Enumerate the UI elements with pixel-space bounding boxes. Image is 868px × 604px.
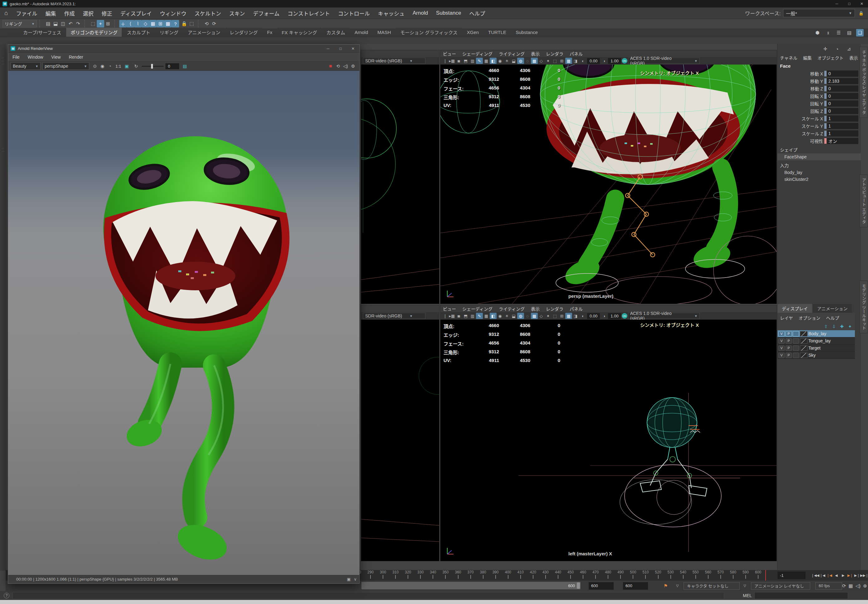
- maximize-button[interactable]: □: [843, 0, 856, 8]
- step-forward-key-button[interactable]: ▶❘: [847, 572, 854, 579]
- layer-visibility-toggle[interactable]: V: [778, 346, 785, 351]
- layer-editor-tab[interactable]: ディスプレイ: [778, 304, 812, 313]
- graph-curve-icon[interactable]: ⊿: [845, 45, 853, 53]
- modeling-toolkit-toggle-icon[interactable]: ⬢: [814, 29, 821, 37]
- layer-editor-menu-item[interactable]: レイヤ: [780, 315, 793, 321]
- layer-display-type-toggle[interactable]: [793, 331, 799, 337]
- exposure-slider[interactable]: [142, 66, 164, 67]
- go-to-end-button[interactable]: ▶▶❘: [860, 572, 868, 579]
- exposure-field[interactable]: 0: [166, 63, 179, 69]
- grease-pencil-icon[interactable]: ✎: [476, 58, 483, 64]
- viewport-strip-top[interactable]: SDR-video (sRGB)▼: [361, 50, 439, 304]
- shelf-tab[interactable]: ポリゴンのモデリング: [66, 28, 122, 37]
- exposure-icon[interactable]: ◐: [580, 58, 586, 64]
- panel-menu-item[interactable]: ビュー: [443, 306, 456, 312]
- alpha-channel-icon[interactable]: ◔: [106, 62, 114, 70]
- panel-menu-item[interactable]: パネル: [570, 51, 583, 57]
- image-plane-icon[interactable]: ▥: [469, 58, 476, 64]
- panel-menu-item[interactable]: レンダラ: [546, 51, 563, 57]
- menu-item[interactable]: コンストレイント: [287, 9, 330, 17]
- tear-off-icon[interactable]: ❘: [442, 313, 448, 319]
- layer-editor-tab[interactable]: アニメーション: [813, 304, 852, 313]
- gamma-icon[interactable]: ◑: [600, 58, 608, 64]
- auto-keyframe-icon[interactable]: ⊕: [863, 583, 867, 589]
- menu-item[interactable]: Substance: [436, 10, 461, 16]
- viewport-persp[interactable]: ビューシェーディングライティング表示レンダラパネル ❘▸▦◙⬒▥✎▦◧◉☀⬓◍◌…: [440, 50, 777, 304]
- channelbox-menu-item[interactable]: オブジェクト: [817, 54, 844, 61]
- snapshot-camera-icon[interactable]: ▣: [347, 577, 350, 582]
- use-all-lights-icon[interactable]: ☀: [504, 58, 510, 64]
- menu-item[interactable]: Arnold: [412, 10, 428, 16]
- humanik-toggle-icon[interactable]: 🯅: [824, 29, 832, 37]
- close-button[interactable]: ✕: [856, 0, 868, 8]
- shelf-tab[interactable]: Arnold: [350, 28, 372, 36]
- zoom-ratio-label[interactable]: 1:1: [115, 64, 121, 69]
- bookmark-icon[interactable]: ⬒: [462, 58, 469, 64]
- menu-item[interactable]: キャッシュ: [378, 9, 405, 17]
- channelbox-toggle-icon[interactable]: ☰: [835, 29, 842, 37]
- colorspace-dropdown[interactable]: SDR-video (sRGB)▼: [363, 58, 425, 64]
- help-icon[interactable]: ?: [4, 593, 9, 598]
- color-management-badge[interactable]: ON: [622, 313, 627, 319]
- speed-gauge-icon[interactable]: ◔: [833, 45, 841, 53]
- expand-status-icon[interactable]: ∨: [353, 577, 357, 582]
- layer-visibility-toggle[interactable]: V: [778, 331, 785, 337]
- animation-end-field[interactable]: 600: [623, 582, 648, 590]
- sound-alert-icon[interactable]: ◁): [342, 62, 349, 70]
- motion-blur-icon[interactable]: ◌: [524, 313, 531, 319]
- move-layer-down-icon[interactable]: ⇩: [832, 324, 836, 329]
- layer-display-type-toggle[interactable]: [793, 346, 799, 351]
- move-axis-icon[interactable]: ✛: [822, 45, 829, 53]
- mel-label[interactable]: MEL: [743, 593, 752, 598]
- colorspace-dropdown[interactable]: ACES 1.0 SDR-video (sRGB)▼: [628, 58, 700, 64]
- menu-item[interactable]: 作成: [64, 9, 74, 17]
- camera-dropdown[interactable]: perspShape▼: [42, 62, 89, 70]
- maximize-button[interactable]: □: [334, 45, 347, 53]
- expand-icon[interactable]: ▽: [676, 584, 679, 588]
- shelf-tab[interactable]: MASH: [373, 28, 395, 36]
- menu-item[interactable]: 編集: [45, 9, 56, 17]
- current-frame-indicator[interactable]: [765, 570, 766, 581]
- renderview-menu-item[interactable]: File: [12, 54, 20, 60]
- tab-attribute-editor[interactable]: アトリビュート エディタ: [860, 175, 868, 227]
- shelf-tab[interactable]: カスタム: [322, 28, 350, 37]
- menu-set-dropdown[interactable]: リギング▼: [3, 20, 37, 28]
- home-icon[interactable]: ⌂: [5, 10, 8, 17]
- use-all-lights-icon[interactable]: ☀: [504, 313, 510, 319]
- bookmark-icon[interactable]: ⬒: [462, 313, 469, 319]
- redo-icon[interactable]: ↷: [74, 20, 82, 28]
- xray-joints-icon[interactable]: ✦: [545, 58, 552, 64]
- snap-view-plane-icon[interactable]: ▦: [149, 20, 157, 28]
- select-object-icon[interactable]: ⌖: [97, 20, 104, 28]
- select-hierarchy-icon[interactable]: ⬚: [89, 20, 97, 28]
- new-empty-layer-icon[interactable]: ✚: [840, 324, 844, 329]
- mute-audio-icon[interactable]: ◁): [856, 583, 861, 589]
- character-set-dropdown[interactable]: キャラクタ セットなし: [684, 582, 740, 590]
- gamma-icon[interactable]: ◑: [600, 313, 608, 319]
- play-backwards-button[interactable]: ◀: [833, 572, 840, 579]
- open-scene-icon[interactable]: ⬓: [52, 20, 59, 28]
- layer-display-type-toggle[interactable]: [793, 353, 799, 358]
- motion-blur-icon[interactable]: ◌: [524, 58, 531, 64]
- arnold-renderview-window[interactable]: M Arnold RenderView ─ □ ✕ FileWindowView…: [8, 44, 360, 584]
- smooth-shade-icon[interactable]: ◧: [490, 58, 497, 64]
- xray-joints-icon[interactable]: ✦: [545, 313, 552, 319]
- range-slider[interactable]: 600: [361, 582, 581, 589]
- isolate-select-icon[interactable]: ⬚: [552, 58, 558, 64]
- panel-menu-item[interactable]: ライティング: [499, 306, 525, 312]
- menu-item[interactable]: ヘルプ: [469, 9, 485, 17]
- layer-playback-toggle[interactable]: P: [786, 353, 792, 358]
- step-back-key-button[interactable]: ❘◀: [826, 572, 833, 579]
- playback-end-field[interactable]: 600: [589, 582, 614, 590]
- layer-color-swatch[interactable]: [800, 331, 808, 337]
- step-back-frame-button[interactable]: ❘◀: [819, 572, 826, 579]
- exposure-field[interactable]: 0.00: [587, 58, 600, 64]
- camera-attributes-icon[interactable]: ◙: [456, 313, 462, 319]
- snap-projected-center-icon[interactable]: ◇: [142, 20, 149, 28]
- panel-menu-item[interactable]: ライティング: [499, 51, 525, 57]
- menu-item[interactable]: ファイル: [16, 9, 37, 17]
- panel-menu-item[interactable]: 表示: [531, 306, 539, 312]
- select-camera-icon[interactable]: ▸▦: [448, 58, 456, 64]
- range-end-handle[interactable]: [577, 582, 580, 589]
- menu-item[interactable]: スキン: [229, 9, 245, 17]
